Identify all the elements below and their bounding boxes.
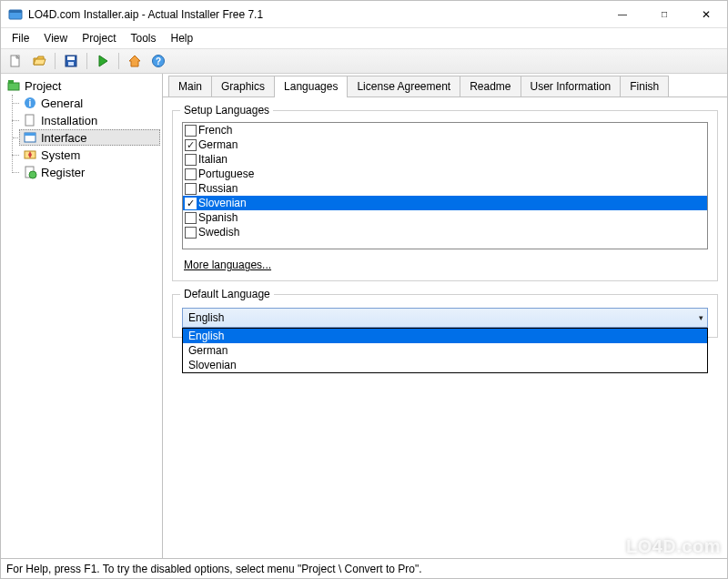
menu-tools[interactable]: Tools xyxy=(124,30,164,46)
language-row[interactable]: German xyxy=(183,137,707,152)
play-icon xyxy=(96,54,110,68)
titlebar: LO4D.com Installer.aip - Actual Installe… xyxy=(1,1,727,28)
language-label: Spanish xyxy=(198,211,238,224)
svg-rect-14 xyxy=(25,133,35,136)
tab-readme[interactable]: Readme xyxy=(460,76,521,96)
combo-option[interactable]: Slovenian xyxy=(183,358,707,372)
default-language-dropdown[interactable]: EnglishGermanSlovenian xyxy=(182,328,708,373)
project-icon xyxy=(6,78,21,93)
tab-license[interactable]: License Agreement xyxy=(347,76,460,96)
menubar: File View Project Tools Help xyxy=(1,28,727,48)
toolbar-home[interactable] xyxy=(124,51,146,71)
minimize-button[interactable]: — xyxy=(602,1,643,27)
toolbar-run[interactable] xyxy=(92,51,114,71)
toolbar-open[interactable] xyxy=(28,51,50,71)
tab-finish[interactable]: Finish xyxy=(620,76,669,96)
maximize-button[interactable]: □ xyxy=(643,1,685,27)
language-checkbox[interactable] xyxy=(185,125,197,137)
app-window: LO4D.com Installer.aip - Actual Installe… xyxy=(0,0,728,579)
combo-selected-value: English xyxy=(188,311,224,324)
group-legend: Default Language xyxy=(180,288,274,300)
language-row[interactable]: Swedish xyxy=(183,225,707,239)
page-icon xyxy=(23,113,37,127)
window-controls: — □ ✕ xyxy=(602,1,727,27)
tree-item-label: Register xyxy=(41,166,85,179)
tree-root-project[interactable]: Project xyxy=(3,77,160,94)
language-row[interactable]: Slovenian xyxy=(183,196,707,210)
svg-rect-8 xyxy=(8,83,19,90)
tree-item-installation[interactable]: Installation xyxy=(19,112,160,128)
svg-rect-5 xyxy=(68,62,74,66)
language-label: Swedish xyxy=(198,226,239,239)
language-checkbox[interactable] xyxy=(185,227,197,239)
combo-option[interactable]: German xyxy=(183,343,707,358)
more-languages-link[interactable]: More languages... xyxy=(184,259,271,271)
language-label: French xyxy=(198,124,232,137)
svg-rect-4 xyxy=(67,56,75,60)
tree-item-system[interactable]: System xyxy=(19,147,160,163)
close-button[interactable]: ✕ xyxy=(685,1,727,27)
toolbar-save[interactable] xyxy=(60,51,82,71)
language-row[interactable]: Italian xyxy=(183,152,707,167)
interface-icon xyxy=(23,130,37,145)
language-label: Italian xyxy=(198,153,228,166)
system-icon xyxy=(23,147,37,162)
content-pane: Main Graphics Languages License Agreemen… xyxy=(163,74,727,558)
menu-help[interactable]: Help xyxy=(164,30,201,46)
register-icon xyxy=(23,165,37,179)
tab-languages[interactable]: Languages xyxy=(274,76,348,97)
default-language-combo[interactable]: English ▾ xyxy=(182,308,708,328)
language-checkbox[interactable] xyxy=(185,183,197,195)
svg-point-17 xyxy=(29,171,36,178)
tree-item-interface[interactable]: Interface xyxy=(19,129,160,146)
toolbar-separator xyxy=(86,53,87,69)
tree-pane[interactable]: Project i General Installation Interface xyxy=(1,74,163,558)
language-row[interactable]: Spanish xyxy=(183,210,707,225)
menu-project[interactable]: Project xyxy=(75,30,123,46)
tab-graphics[interactable]: Graphics xyxy=(211,76,275,96)
language-checkbox[interactable] xyxy=(185,212,197,224)
group-legend: Setup Languages xyxy=(180,104,273,117)
tree-item-label: Interface xyxy=(41,131,87,145)
statusbar: For Help, press F1. To try the disabled … xyxy=(1,558,727,578)
svg-text:?: ? xyxy=(156,56,161,66)
toolbar: ? xyxy=(1,48,727,74)
language-row[interactable]: French xyxy=(183,123,707,137)
language-row[interactable]: Russian xyxy=(183,181,707,196)
tree-item-label: General xyxy=(41,96,83,110)
svg-rect-12 xyxy=(25,115,34,126)
tab-user-info[interactable]: User Information xyxy=(521,76,622,96)
help-icon: ? xyxy=(151,54,166,68)
chevron-down-icon: ▾ xyxy=(699,313,703,322)
tree-item-register[interactable]: Register xyxy=(19,164,160,180)
toolbar-help[interactable]: ? xyxy=(147,51,169,71)
menu-view[interactable]: View xyxy=(36,30,75,46)
language-row[interactable]: Portuguese xyxy=(183,167,707,181)
group-default-language: Default Language English ▾ EnglishGerman… xyxy=(172,294,718,338)
language-label: Slovenian xyxy=(198,197,247,209)
open-folder-icon xyxy=(32,54,46,68)
tab-strip: Main Graphics Languages License Agreemen… xyxy=(163,74,727,97)
toolbar-new[interactable] xyxy=(5,51,26,71)
tree-children: i General Installation Interface System xyxy=(19,95,160,180)
tab-body: Setup Languages FrenchGermanItalianPortu… xyxy=(163,97,727,558)
language-checkbox[interactable] xyxy=(185,154,197,166)
tree-item-general[interactable]: i General xyxy=(19,95,160,111)
language-checkbox[interactable] xyxy=(185,198,197,209)
app-icon xyxy=(8,7,23,22)
watermark-ring-icon xyxy=(597,535,619,557)
combo-option[interactable]: English xyxy=(183,329,707,343)
menu-file[interactable]: File xyxy=(5,30,36,46)
toolbar-separator xyxy=(118,53,119,69)
tree-item-label: Installation xyxy=(41,114,97,127)
window-title: LO4D.com Installer.aip - Actual Installe… xyxy=(28,8,602,21)
language-list[interactable]: FrenchGermanItalianPortugueseRussianSlov… xyxy=(183,123,707,249)
group-setup-languages: Setup Languages FrenchGermanItalianPortu… xyxy=(172,110,718,281)
language-checkbox[interactable] xyxy=(185,139,197,151)
tab-main[interactable]: Main xyxy=(168,76,212,96)
language-label: German xyxy=(198,138,238,151)
language-checkbox[interactable] xyxy=(185,168,197,180)
language-label: Russian xyxy=(198,182,238,195)
svg-rect-9 xyxy=(8,80,14,84)
main-split: Project i General Installation Interface xyxy=(1,74,727,558)
